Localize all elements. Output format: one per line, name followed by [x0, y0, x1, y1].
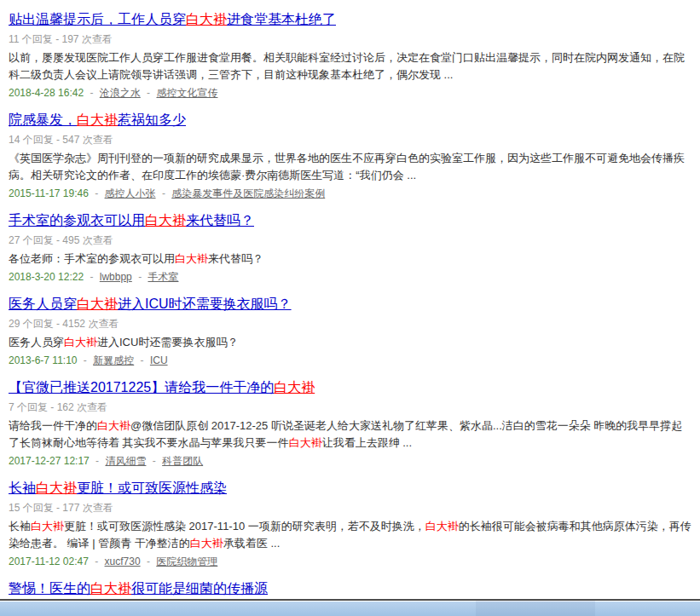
forum-link[interactable]: 感染暴发事件及医院感染纠纷案例 [171, 187, 325, 199]
forum-link[interactable]: 科普团队 [162, 455, 203, 467]
result-title: 长袖白大褂更脏！或可致医源性感染 [9, 479, 691, 497]
result-meta: 14 个回复 - 547 次查看 [9, 134, 691, 147]
snippet-text: 长袖 [9, 520, 31, 533]
title-text: 贴出温馨提示后，工作人员穿 [9, 12, 186, 26]
highlighted-search-term: 白大褂 [31, 520, 64, 533]
title-text: 医务人员穿 [9, 296, 77, 311]
result-snippet: 各位老师：手术室的参观衣可以用白大褂来代替吗？ [9, 250, 691, 268]
title-text: 惹祸知多少 [118, 112, 186, 127]
result-snippet: 请给我一件干净的白大褂@微信团队原创 2017-12-25 听说圣诞老人给大家送… [9, 417, 691, 452]
author-link[interactable]: 沧浪之水 [100, 87, 141, 99]
snippet-text: 更脏！或可致医源性感染 2017-11-10 一项新的研究表明，若不及时换洗， [64, 520, 425, 533]
result-title: 警惕！医生的白大褂很可能是细菌的传播源 [9, 579, 691, 597]
highlighted-search-term: 白大褂 [274, 380, 315, 394]
separator: - [95, 455, 99, 467]
result-title: 手术室的参观衣可以用白大褂来代替吗？ [9, 211, 691, 229]
separator: - [90, 87, 93, 99]
post-date: 2017-11-12 02:47 [9, 556, 89, 567]
search-result: 【官微已推送20171225】请给我一件干净的白大褂 7 个回复 - 162 次… [9, 378, 691, 469]
separator: - [95, 556, 98, 567]
highlighted-search-term: 白大褂 [77, 112, 118, 127]
result-footer: 2018-4-28 16:42 - 沧浪之水 - 感控文化宣传 [9, 85, 691, 101]
title-text: 院感暴发， [9, 112, 77, 127]
post-date: 2015-11-17 19:46 [9, 187, 89, 199]
search-result: 贴出温馨提示后，工作人员穿白大褂进食堂基本杜绝了 11 个回复 - 197 次查… [9, 10, 691, 101]
title-text: 进入ICU时还需要换衣服吗？ [118, 296, 292, 311]
separator: - [138, 271, 142, 283]
highlighted-search-term: 白大褂 [289, 436, 322, 449]
title-text: 长袖 [9, 481, 36, 495]
separator: - [90, 271, 93, 283]
separator: - [84, 354, 87, 366]
result-title-link[interactable]: 院感暴发，白大褂惹祸知多少 [9, 112, 186, 127]
title-text: 手术室的参观衣可以用 [9, 213, 145, 227]
result-title-link[interactable]: 贴出温馨提示后，工作人员穿白大褂进食堂基本杜绝了 [9, 12, 336, 26]
result-meta: 15 个回复 - 177 次查看 [9, 502, 691, 515]
author-link[interactable]: 新翼感控 [93, 354, 134, 366]
separator: - [141, 354, 144, 366]
post-date: 2017-12-27 12:17 [9, 455, 90, 467]
search-results: 贴出温馨提示后，工作人员穿白大褂进食堂基本杜绝了 11 个回复 - 197 次查… [0, 0, 700, 599]
separator: - [162, 187, 165, 199]
result-footer: 2017-12-27 12:17 - 清风细雪 - 科普团队 [9, 453, 691, 469]
snippet-text: 医务人员穿 [9, 336, 64, 348]
result-meta: 7 个回复 - 162 次查看 [9, 401, 691, 414]
highlighted-search-term: 白大褂 [190, 537, 223, 550]
result-footer: 2013-6-7 11:10 - 新翼感控 - ICU [9, 353, 691, 368]
snippet-text: 《英国医学杂志》周刊刊登的一项新的研究成果显示，世界各地的医生不应再穿白色的实验… [9, 152, 685, 181]
separator: - [153, 455, 156, 467]
snippet-text: 承载着医 ... [223, 537, 280, 550]
highlighted-search-term: 白大褂 [186, 12, 227, 26]
search-result: 警惕！医生的白大褂很可能是细菌的传播源 [9, 579, 691, 597]
post-date: 2018-4-28 16:42 [9, 87, 84, 99]
highlighted-search-term: 白大褂 [145, 213, 186, 227]
author-link[interactable]: 感控人小张 [105, 187, 156, 199]
snippet-text: 来代替吗？ [208, 252, 263, 265]
result-title-link[interactable]: 医务人员穿白大褂进入ICU时还需要换衣服吗？ [9, 296, 292, 311]
result-footer: 2017-11-12 02:47 - xucf730 - 医院织物管理 [9, 554, 691, 569]
snippet-text: 各位老师：手术室的参观衣可以用 [9, 252, 175, 265]
title-text: 警惕！医生的 [9, 581, 90, 596]
result-title: 贴出温馨提示后，工作人员穿白大褂进食堂基本杜绝了 [9, 10, 691, 28]
result-title-link[interactable]: 手术室的参观衣可以用白大褂来代替吗？ [9, 213, 254, 227]
snippet-text: 请给我一件干净的 [9, 419, 97, 432]
separator: - [147, 556, 150, 567]
forum-link[interactable]: ICU [150, 354, 168, 366]
post-date: 2013-6-7 11:10 [9, 354, 78, 366]
snippet-text: 进入ICU时还需要换衣服吗？ [97, 336, 238, 348]
author-link[interactable]: 清风细雪 [105, 455, 146, 467]
result-meta: 11 个回复 - 197 次查看 [9, 33, 691, 46]
result-title: 【官微已推送20171225】请给我一件干净的白大褂 [9, 378, 691, 396]
snippet-text: 让我看上去跟绅 ... [322, 436, 412, 449]
search-result: 长袖白大褂更脏！或可致医源性感染 15 个回复 - 177 次查看 长袖白大褂更… [9, 479, 691, 569]
highlighted-search-term: 白大褂 [77, 296, 118, 311]
result-title-link[interactable]: 警惕！医生的白大褂很可能是细菌的传播源 [9, 581, 268, 596]
author-link[interactable]: lwbbpp [100, 271, 132, 283]
title-text: 更脏！或可致医源性感染 [77, 481, 227, 495]
result-title-link[interactable]: 【官微已推送20171225】请给我一件干净的白大褂 [9, 380, 315, 394]
search-result: 手术室的参观衣可以用白大褂来代替吗？ 27 个回复 - 495 次查看 各位老师… [9, 211, 691, 285]
highlighted-search-term: 白大褂 [97, 419, 130, 432]
author-link[interactable]: xucf730 [105, 556, 141, 567]
title-text: 来代替吗？ [186, 213, 254, 227]
snippet-text: 以前，屡屡发现医院工作人员穿工作服进食堂用餐。相关职能科室经过讨论后，决定在食堂… [9, 51, 685, 81]
title-text: 【官微已推送20171225】请给我一件干净的 [9, 380, 274, 394]
highlighted-search-term: 白大褂 [64, 336, 97, 348]
result-meta: 27 个回复 - 495 次查看 [9, 234, 691, 247]
result-snippet: 以前，屡屡发现医院工作人员穿工作服进食堂用餐。相关职能科室经过讨论后，决定在食堂… [9, 49, 691, 83]
result-snippet: 《英国医学杂志》周刊刊登的一项新的研究成果显示，世界各地的医生不应再穿白色的实验… [9, 150, 691, 184]
forum-link[interactable]: 手术室 [148, 271, 178, 283]
highlighted-search-term: 白大褂 [36, 481, 77, 495]
separator: - [95, 187, 98, 199]
result-snippet: 医务人员穿白大褂进入ICU时还需要换衣服吗？ [9, 334, 691, 351]
search-result: 院感暴发，白大褂惹祸知多少 14 个回复 - 547 次查看 《英国医学杂志》周… [9, 111, 691, 201]
forum-link[interactable]: 医院织物管理 [156, 556, 217, 567]
result-title: 医务人员穿白大褂进入ICU时还需要换衣服吗？ [9, 295, 691, 313]
forum-link[interactable]: 感控文化宣传 [156, 87, 217, 99]
result-footer: 2018-3-20 12:22 - lwbbpp - 手术室 [9, 269, 691, 285]
status-bar-section [476, 601, 595, 616]
search-result: 医务人员穿白大褂进入ICU时还需要换衣服吗？ 29 个回复 - 4152 次查看… [9, 295, 691, 368]
result-snippet: 长袖白大褂更脏！或可致医源性感染 2017-11-10 一项新的研究表明，若不及… [9, 518, 691, 552]
result-title-link[interactable]: 长袖白大褂更脏！或可致医源性感染 [9, 481, 227, 495]
highlighted-search-term: 白大褂 [425, 520, 459, 533]
